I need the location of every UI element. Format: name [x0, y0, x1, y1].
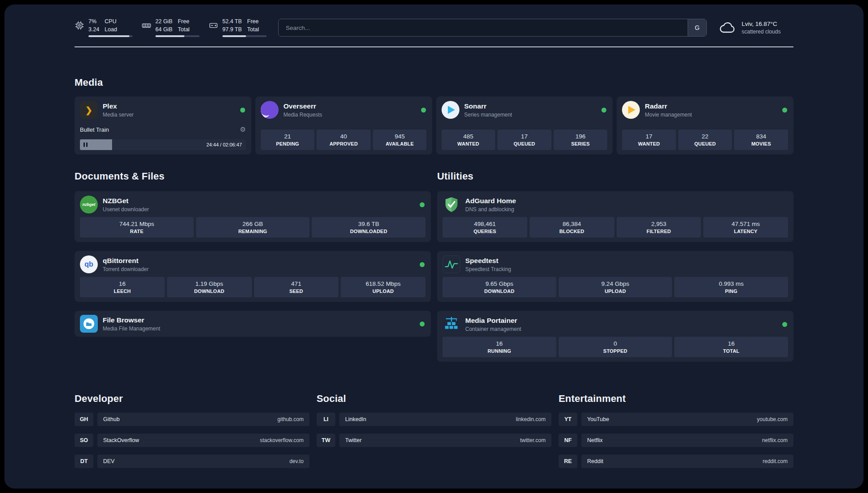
bookmark-pill[interactable]: LinkedIn linkedin.com: [339, 413, 551, 426]
stats-row: 744.21 MbpsRATE 266 GBREMAINING 39.6 TBD…: [80, 217, 426, 238]
card-head: ❯ Plex Media server: [80, 101, 246, 119]
app-subtitle: Speedtest Tracking: [465, 266, 788, 272]
app-name: qBittorrent: [103, 257, 415, 265]
now-playing-title: Bullet Train: [80, 126, 109, 133]
weather-location: Lviv, 16.87°C: [742, 21, 780, 27]
bookmark-pill[interactable]: Twitter twitter.com: [339, 434, 551, 447]
stat-tile: 485WANTED: [442, 130, 496, 150]
bookmark-dev[interactable]: DT DEV dev.to: [75, 455, 309, 468]
stat-tile: 0STOPPED: [559, 337, 672, 357]
bookmark-url: linkedin.com: [516, 416, 546, 422]
app-titles: qBittorrent Torrent downloader: [103, 257, 415, 272]
bookmark-pill[interactable]: YouTube youtube.com: [581, 413, 793, 426]
bookmark-rows: GH Github github.com SO StackOverflow st…: [75, 413, 309, 468]
app-card-nzbget[interactable]: nzbget NZBGet Usenet downloader 744.21 M…: [75, 191, 431, 242]
stats-row: 16RUNNING 0STOPPED 16TOTAL: [442, 337, 788, 357]
stat-value: 39.6 TB: [358, 221, 379, 227]
bookmark-url: youtube.com: [757, 416, 788, 422]
stat-value: 40: [340, 133, 347, 140]
bookmark-stackoverflow[interactable]: SO StackOverflow stackoverflow.com: [75, 434, 309, 447]
app-card-overseerr[interactable]: Overseerr Media Requests 21PENDING 40APP…: [255, 96, 432, 155]
stat-value: 47.571 ms: [732, 221, 760, 227]
weather-text: Lviv, 16.87°C scattered clouds: [742, 21, 780, 35]
disk-total-value: 97.9 TB: [222, 26, 242, 33]
card-head: Radarr Movie management: [622, 101, 788, 119]
section-documents: Documents & Files nzbget NZBGet Usenet d…: [75, 171, 431, 362]
bookmark-name: LinkedIn: [345, 416, 366, 422]
app-titles: Overseerr Media Requests: [284, 102, 416, 118]
stat-value: 17: [646, 133, 652, 140]
app-name: Radarr: [645, 102, 777, 110]
pause-icon[interactable]: [83, 142, 88, 147]
app-card-sonarr[interactable]: Sonarr Series management 485WANTED 17QUE…: [436, 96, 613, 155]
section-title-utilities: Utilities: [437, 171, 793, 182]
bookmark-reddit[interactable]: RE Reddit reddit.com: [559, 455, 793, 468]
stat-tile: 40APPROVED: [317, 130, 371, 150]
bookmark-pill[interactable]: StackOverflow stackoverflow.com: [97, 434, 309, 447]
app-card-portainer[interactable]: Media Portainer Container management 16R…: [437, 311, 793, 362]
stat-label: QUEUED: [513, 141, 535, 146]
speedtest-graph-icon: [442, 255, 460, 273]
bookmark-github[interactable]: GH Github github.com: [75, 413, 309, 426]
stackoverflow-abbr-icon: SO: [75, 434, 93, 447]
ram-bar: [155, 35, 200, 37]
cpu-load-value: 3.24: [88, 26, 99, 33]
search-engine-button[interactable]: G: [688, 19, 706, 36]
cpu-metric-body: 7% 3.24 CPU Load: [88, 18, 133, 37]
bookmark-netflix[interactable]: NF Netflix netflix.com: [559, 434, 793, 447]
filebrowser-icon: [80, 315, 98, 333]
card-head: Sonarr Series management: [442, 101, 608, 119]
nzbget-icon: nzbget: [80, 196, 98, 213]
app-card-filebrowser[interactable]: File Browser Media File Management: [75, 311, 431, 337]
bookmark-url: github.com: [277, 416, 304, 422]
app-card-plex[interactable]: ❯ Plex Media server Bullet Train ⚙ 24:44…: [75, 96, 251, 155]
disk-metric-body: 52.4 TB 97.9 TB Free Total: [222, 18, 267, 37]
bookmark-linkedin[interactable]: LI LinkedIn linkedin.com: [317, 413, 551, 426]
app-name: File Browser: [103, 316, 415, 324]
app-name: AdGuard Home: [465, 197, 788, 205]
weather-condition: scattered clouds: [742, 29, 780, 35]
bookmark-twitter[interactable]: TW Twitter twitter.com: [317, 434, 551, 447]
app-card-qbittorrent[interactable]: qb qBittorrent Torrent downloader 16LEEC…: [75, 251, 431, 302]
app-card-adguard[interactable]: AdGuard Home DNS and adblocking 498,461Q…: [437, 191, 793, 242]
bookmark-pill[interactable]: DEV dev.to: [97, 455, 309, 468]
stat-tile: 16LEECH: [80, 277, 165, 297]
stat-value: 9.65 Gbps: [485, 280, 513, 287]
stats-row: 9.65 GbpsDOWNLOAD 9.24 GbpsUPLOAD 0.993 …: [442, 277, 788, 297]
cpu-chip-icon: [75, 21, 84, 30]
playback-progress-bar[interactable]: 24:44 / 02:06:47: [80, 139, 246, 150]
bookmark-name: Github: [103, 416, 120, 422]
bookmark-name: DEV: [103, 458, 115, 464]
bookmark-name: StackOverflow: [103, 437, 139, 443]
gear-icon[interactable]: ⚙: [240, 125, 246, 134]
ram-values: 22 GiB 64 GiB: [155, 18, 172, 33]
stat-tile: 17QUEUED: [497, 130, 551, 150]
stat-tile: 0.993 msPING: [674, 277, 788, 297]
ram-metric: 22 GiB 64 GiB Free Total: [142, 18, 200, 37]
stat-value: 9.24 Gbps: [601, 280, 629, 287]
app-card-radarr[interactable]: Radarr Movie management 17WANTED 22QUEUE…: [617, 96, 793, 155]
hard-drive-icon: [209, 21, 218, 30]
bookmark-pill[interactable]: Github github.com: [97, 413, 309, 426]
linkedin-abbr-icon: LI: [317, 413, 335, 426]
app-titles: Media Portainer Container management: [465, 317, 777, 332]
overseerr-icon: [261, 101, 279, 119]
stat-label: DOWNLOAD: [194, 288, 225, 294]
app-name: Speedtest: [465, 257, 788, 265]
search-input[interactable]: [279, 19, 688, 36]
cpu-values: 7% 3.24: [88, 18, 99, 33]
disk-labels: Free Total: [247, 18, 259, 33]
bookmark-youtube[interactable]: YT YouTube youtube.com: [559, 413, 793, 426]
status-dot: [782, 108, 787, 113]
bookmark-pill[interactable]: Reddit reddit.com: [581, 455, 793, 468]
dev-abbr-icon: DT: [75, 455, 93, 468]
bookmark-column-social: Social LI LinkedIn linkedin.com TW Twitt…: [317, 393, 551, 468]
stat-tile: 196SERIES: [554, 130, 608, 150]
app-card-speedtest[interactable]: Speedtest Speedtest Tracking 9.65 GbpsDO…: [437, 251, 793, 302]
stat-value: 945: [395, 133, 405, 140]
bookmark-pill[interactable]: Netflix netflix.com: [581, 434, 793, 447]
ram-bar-fill: [155, 35, 184, 37]
app-titles: File Browser Media File Management: [103, 316, 415, 332]
dashboard-panel: 7% 3.24 CPU Load: [4, 4, 864, 489]
app-subtitle: Movie management: [645, 112, 777, 118]
